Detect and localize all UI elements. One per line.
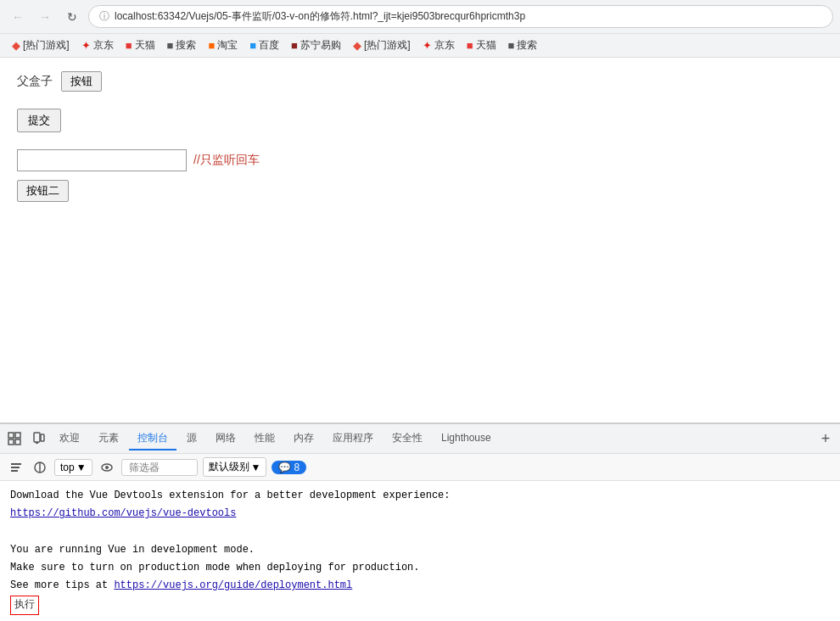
bookmark-jd-2[interactable]: ✦ 京东: [417, 36, 460, 54]
submit-button[interactable]: 提交: [17, 109, 61, 132]
console-link-1[interactable]: https://github.com/vuejs/vue-devtools: [10, 506, 830, 522]
bookmark-taobao[interactable]: ■ 淘宝: [203, 36, 243, 54]
context-label: top: [60, 462, 75, 473]
console-spacer-1: [10, 523, 830, 540]
info-icon: ⓘ: [99, 9, 109, 24]
message-icon: 💬: [278, 462, 291, 473]
bookmark-search-2[interactable]: ■ 搜索: [503, 36, 543, 54]
father-label: 父盒子: [17, 74, 53, 89]
tab-sources[interactable]: 源: [178, 428, 205, 450]
tab-application[interactable]: 应用程序: [324, 428, 382, 450]
bookmark-baidu[interactable]: ■ 百度: [244, 36, 284, 54]
tab-security[interactable]: 安全性: [384, 428, 431, 450]
browser-chrome: ← → ↻ ⓘ localhost:63342/Vuejs/05-事件监听/03…: [0, 0, 840, 58]
filter-input[interactable]: [121, 459, 198, 476]
level-selector[interactable]: 默认级别 ▼: [203, 457, 267, 477]
svg-point-13: [105, 466, 109, 469]
svg-rect-1: [15, 433, 20, 438]
context-dropdown-icon: ▼: [76, 462, 87, 473]
father-box-section: 父盒子 按钮: [17, 71, 823, 92]
tab-network[interactable]: 网络: [207, 428, 244, 450]
url-text: localhost:63342/Vuejs/05-事件监听/03-v-on的修饰…: [115, 9, 525, 24]
filter-icon[interactable]: [31, 458, 49, 477]
message-count: 8: [294, 462, 300, 473]
clear-console-icon[interactable]: [7, 458, 25, 477]
svg-rect-3: [15, 439, 20, 445]
bookmark-tmall-2[interactable]: ■ 天猫: [462, 36, 501, 54]
btn-two-button[interactable]: 按钮二: [17, 180, 69, 202]
tab-console[interactable]: 控制台: [129, 428, 176, 450]
input-comment: //只监听回车: [193, 153, 260, 168]
address-bar[interactable]: ⓘ localhost:63342/Vuejs/05-事件监听/03-v-on的…: [88, 5, 833, 28]
bookmark-search-1[interactable]: ■ 搜索: [162, 36, 202, 54]
tab-memory[interactable]: 内存: [285, 428, 322, 450]
devtools-panel: 欢迎 元素 控制台 源 网络 性能 内存 应用程序 安全性 Lighthouse…: [0, 422, 840, 621]
nav-bar: ← → ↻ ⓘ localhost:63342/Vuejs/05-事件监听/03…: [0, 0, 840, 33]
console-line-3: Make sure to turn on production mode whe…: [10, 560, 830, 576]
svg-rect-2: [8, 439, 14, 445]
console-entry-line: 执行: [10, 596, 830, 617]
tab-welcome[interactable]: 欢迎: [51, 428, 88, 450]
btn-button[interactable]: 按钮: [61, 71, 102, 92]
input-section: //只监听回车: [17, 149, 823, 171]
add-tab-button[interactable]: +: [815, 428, 837, 450]
tab-elements[interactable]: 元素: [90, 428, 127, 450]
tab-lighthouse[interactable]: Lighthouse: [433, 428, 500, 449]
console-line-4: See more tips at https://vuejs.org/guide…: [10, 578, 830, 594]
svg-rect-7: [11, 463, 21, 465]
level-label: 默认级别: [209, 460, 249, 474]
message-badge[interactable]: 💬 8: [272, 461, 306, 474]
devtools-tabs: 欢迎 元素 控制台 源 网络 性能 内存 应用程序 安全性 Lighthouse…: [0, 424, 840, 454]
forward-button[interactable]: →: [34, 6, 56, 28]
bookmark-hot-games-1[interactable]: ◆ [热门游戏]: [7, 36, 75, 54]
tab-performance[interactable]: 性能: [246, 428, 283, 450]
reload-button[interactable]: ↻: [61, 6, 83, 28]
svg-rect-0: [8, 433, 14, 438]
bookmark-hot-games-2[interactable]: ◆ [热门游戏]: [348, 36, 416, 54]
svg-rect-8: [11, 467, 20, 468]
inspect-element-icon[interactable]: [3, 428, 25, 450]
main-content: 父盒子 按钮 提交 //只监听回车 按钮二: [0, 58, 840, 422]
submit-section: 提交: [17, 109, 823, 132]
console-entry-box: 执行: [10, 596, 39, 615]
console-line-2: You are running Vue in development mode.: [10, 542, 830, 558]
device-toolbar-icon[interactable]: [27, 428, 49, 450]
text-input[interactable]: [17, 149, 187, 171]
console-output: Download the Vue Devtools extension for …: [0, 481, 840, 621]
svg-rect-6: [41, 434, 44, 441]
bookmark-suning[interactable]: ■ 苏宁易购: [286, 36, 346, 54]
svg-rect-5: [36, 442, 38, 444]
svg-rect-9: [11, 470, 18, 472]
bookmark-tmall-1[interactable]: ■ 天猫: [120, 36, 160, 54]
console-line-1: Download the Vue Devtools extension for …: [10, 488, 830, 504]
context-selector[interactable]: top ▼: [54, 459, 92, 476]
level-dropdown-icon: ▼: [251, 462, 261, 473]
svg-rect-4: [34, 433, 40, 442]
btn-two-section: 按钮二: [17, 180, 823, 202]
bookmarks-bar: ◆ [热门游戏] ✦ 京东 ■ 天猫 ■ 搜索 ■ 淘宝 ■ 百度 ■ 苏宁易购…: [0, 33, 840, 57]
back-button[interactable]: ←: [7, 6, 29, 28]
bookmark-jd-1[interactable]: ✦ 京东: [76, 36, 119, 54]
eye-icon[interactable]: [98, 458, 116, 477]
devtools-toolbar: top ▼ 默认级别 ▼ 💬 8: [0, 454, 840, 481]
